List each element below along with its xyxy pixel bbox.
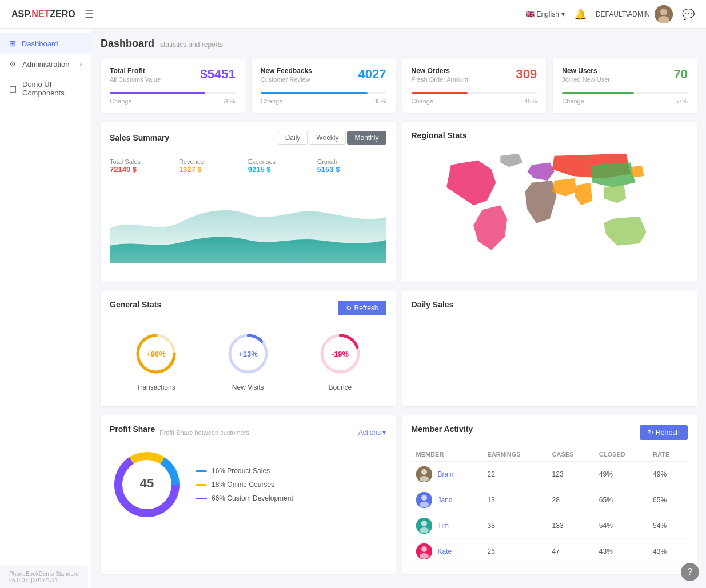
metric-total-sales: Total Sales 72149 $ [110, 158, 179, 174]
circle-bounce: -19% Bounce [317, 331, 363, 391]
closed-cell: 49% [595, 462, 648, 487]
language-selector[interactable]: 🇬🇧 English ▾ [526, 10, 565, 18]
col-cases: CASES [548, 447, 595, 462]
stat-value-3: 70 [674, 67, 688, 82]
new-visits-donut: +13% [225, 331, 271, 377]
stat-change-value-1: 85% [373, 98, 386, 105]
table-row: Tim 3813354%54% [412, 513, 688, 539]
sidebar-item-dashboard[interactable]: ⊞ Dashboard [0, 33, 91, 54]
sidebar-item-domo[interactable]: ◫ Domo UI Components [0, 74, 91, 103]
stat-value-0: $5451 [201, 67, 236, 82]
chat-icon[interactable]: 💬 [682, 8, 695, 21]
layout: ⊞ Dashboard ⚙ Administration › ◫ Domo UI… [0, 29, 706, 588]
general-stats-title: General Stats [110, 300, 161, 309]
stat-title-3: New Users [562, 67, 610, 75]
earnings-cell: 26 [483, 539, 548, 565]
second-panels-row: General Stats ↻ Refresh +96% Tra [101, 291, 697, 406]
svg-point-20 [421, 495, 427, 501]
cases-cell: 123 [548, 462, 595, 487]
progress-bar-1 [261, 92, 368, 94]
col-rate: RATE [648, 447, 688, 462]
domo-icon: ◫ [9, 84, 17, 93]
cases-cell: 28 [548, 487, 595, 513]
hamburger-icon[interactable]: ☰ [85, 8, 94, 21]
navbar-right: 🇬🇧 English ▾ 🔔 DEFAULT\ADMIN 💬 [526, 5, 695, 23]
rate-cell: 65% [648, 487, 688, 513]
cases-cell: 47 [548, 539, 595, 565]
stat-title-0: Total Frofit [110, 67, 161, 75]
sales-summary-title: Sales Summary [110, 133, 169, 142]
svg-point-26 [421, 546, 427, 552]
member-name[interactable]: Tim [438, 522, 449, 530]
stats-circles: +96% Transactions +13% New Visits [110, 325, 386, 397]
toggle-daily[interactable]: Daily [278, 131, 308, 145]
progress-bar-2 [412, 92, 468, 94]
member-name[interactable]: Brain [438, 470, 454, 478]
world-map-svg [412, 147, 688, 273]
logo-net: NET [31, 9, 50, 19]
member-name[interactable]: Jano [438, 496, 453, 504]
svg-point-17 [421, 469, 427, 475]
toggle-weekly[interactable]: Weekly [309, 131, 346, 145]
refresh-label: Refresh [354, 304, 378, 312]
member-activity-title: Member Activity [412, 425, 473, 434]
circle-new-visits: +13% New Visits [225, 331, 271, 391]
progress-bar-0 [110, 92, 205, 94]
stat-card-total-frofit: Total Frofit All Customs Value $5451 Cha… [101, 59, 245, 113]
sidebar-item-administration[interactable]: ⚙ Administration › [0, 54, 91, 74]
svg-point-21 [420, 502, 429, 507]
regional-stats-panel: Regional Stats [402, 122, 697, 282]
footer-version: v5.0.0.0 [2017/1/21] [9, 577, 79, 583]
svg-point-23 [421, 521, 427, 526]
legend-dot-blue [196, 470, 207, 472]
closed-cell: 54% [595, 513, 648, 539]
general-stats-refresh-button[interactable]: ↻ Refresh [338, 301, 386, 315]
refresh-label: Refresh [656, 429, 680, 437]
circle-transactions: +96% Transactions [133, 331, 179, 391]
page-header: Dashboard statistics and reports [101, 38, 697, 50]
sidebar-item-label: Administration [22, 60, 69, 69]
rate-cell: 49% [648, 462, 688, 487]
member-avatar [416, 492, 432, 508]
navbar-left: ASP.NETZERO ☰ [11, 8, 94, 21]
stat-title-2: New Orders [412, 67, 469, 75]
member-avatar [416, 543, 432, 559]
earnings-cell: 38 [483, 513, 548, 539]
sidebar-item-label: Domo UI Components [22, 80, 82, 97]
transactions-donut: +96% [133, 331, 179, 377]
stat-card-new-orders: New Orders Fresh Order Amount 309 Change… [402, 59, 547, 113]
user-info[interactable]: DEFAULT\ADMIN [596, 5, 673, 23]
metric-expenses: Expenses 9215 $ [248, 158, 317, 174]
rate-cell: 54% [648, 513, 688, 539]
help-button[interactable]: ? [681, 563, 699, 581]
stat-card-new-feedbacks: New Feedbacks Customer Review 4027 Chang… [252, 59, 396, 113]
svg-point-24 [420, 527, 429, 533]
legend-dot-purple [196, 498, 207, 499]
svg-point-18 [420, 476, 429, 482]
closed-cell: 65% [595, 487, 648, 513]
stat-value-1: 4027 [358, 67, 386, 82]
sales-toggle: Daily Weekly Monthly [278, 131, 386, 145]
footer-app-name: PhoneBookDemo Standard [9, 571, 79, 577]
svg-text:+13%: +13% [238, 350, 258, 358]
stat-sub-3: Joined New User [562, 76, 610, 83]
member-activity-refresh-button[interactable]: ↻ Refresh [640, 425, 688, 440]
navbar: ASP.NETZERO ☰ 🇬🇧 English ▾ 🔔 DEFAULT\ADM… [0, 0, 706, 29]
member-name[interactable]: Kate [438, 547, 452, 555]
member-table: MEMBER Earnings CASES CLOSED RATE Brain … [412, 447, 688, 565]
toggle-monthly[interactable]: Monthly [347, 131, 386, 145]
profit-header: Profit Share Profit Share between custom… [110, 425, 386, 441]
progress-bar-3 [562, 92, 633, 94]
avatar [655, 5, 673, 23]
profit-legend: 16% Product Sales 18% Online Courses 66%… [196, 467, 293, 502]
stat-change-label-2: Change [412, 98, 434, 105]
stat-change-value-2: 45% [524, 98, 537, 105]
stat-card-new-users: New Users Joined New User 70 Change 57% [553, 59, 697, 113]
new-visits-label: New Visits [232, 383, 264, 391]
notifications-icon[interactable]: 🔔 [574, 8, 587, 21]
admin-icon: ⚙ [9, 59, 17, 69]
logo-asp: ASP. [11, 9, 31, 19]
col-closed: CLOSED [595, 447, 648, 462]
actions-button[interactable]: Actions ▾ [358, 429, 386, 437]
col-member: MEMBER [412, 447, 483, 462]
